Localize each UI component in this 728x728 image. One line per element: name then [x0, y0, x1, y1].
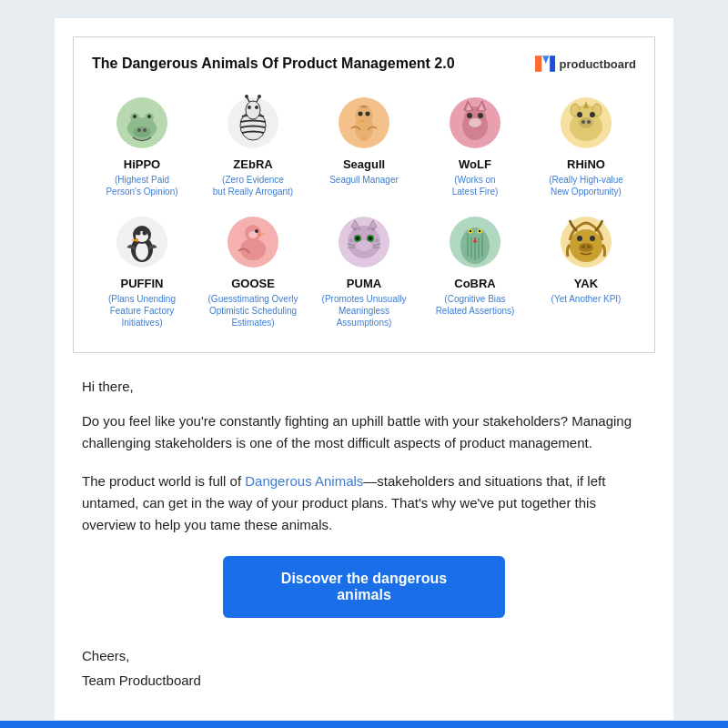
rhino-icon: [557, 94, 615, 152]
paragraph2-before: The product world is full of: [82, 473, 245, 489]
dangerous-animals-link[interactable]: Dangerous Animals: [245, 473, 363, 489]
svg-point-36: [469, 118, 481, 127]
svg-point-88: [470, 230, 471, 232]
animal-grid: HiPPO (Highest PaidPerson's Opinion): [83, 88, 645, 334]
svg-point-34: [478, 113, 483, 118]
svg-point-19: [245, 95, 248, 98]
svg-point-9: [133, 126, 151, 137]
rhino-name: RHiNO: [567, 157, 605, 171]
svg-point-11: [143, 128, 147, 132]
bottom-bar: [0, 721, 728, 728]
animal-cell-goose: GOOSE (Guesstimating OverlyOptimistic Sc…: [198, 207, 308, 334]
svg-point-14: [246, 101, 260, 119]
productboard-logo: productboard: [535, 56, 637, 72]
svg-point-15: [248, 106, 251, 109]
svg-point-50: [136, 242, 148, 260]
svg-point-10: [137, 128, 141, 132]
goose-desc: (Guesstimating OverlyOptimistic Scheduli…: [208, 293, 298, 329]
svg-point-46: [581, 120, 585, 124]
email-container: The Dangerous Animals Of Product Managem…: [55, 18, 673, 720]
cobra-desc: (Cognitive BiasRelated Assertions): [436, 293, 515, 317]
animal-cell-rhino: RHiNO (Really High-valueNew Opportunity): [531, 88, 641, 203]
hippo-desc: (Highest PaidPerson's Opinion): [106, 174, 177, 197]
svg-point-53: [143, 231, 147, 236]
svg-point-54: [136, 231, 141, 236]
zebra-desc: (Zero Evidencebut Really Arrogant): [213, 174, 293, 197]
animal-cell-hippo: HiPPO (Highest PaidPerson's Opinion): [87, 88, 197, 203]
puma-desc: (Promotes UnusuallyMeaninglessAssumption…: [322, 293, 407, 329]
footer-text: Cheers, Team Productboard: [82, 643, 646, 693]
seagull-name: Seagull: [343, 157, 385, 171]
svg-point-75: [371, 228, 375, 231]
animal-cell-yak: YAK (Yet Another KPI): [531, 207, 641, 334]
footer-line2: Team Productboard: [82, 672, 201, 688]
hero-title: The Dangerous Animals Of Product Managem…: [92, 56, 455, 72]
hippo-name: HiPPO: [124, 157, 160, 171]
svg-point-33: [467, 113, 472, 118]
puffin-desc: (Plans UnendingFeature FactoryInitiative…: [108, 293, 176, 329]
zebra-name: ZEbRA: [233, 157, 272, 171]
body-section: Hi there, Do you feel like you're consta…: [55, 353, 673, 536]
svg-point-45: [579, 117, 593, 128]
animal-cell-zebra: ZEbRA (Zero Evidencebut Really Arrogant): [198, 88, 308, 203]
svg-marker-1: [542, 56, 549, 64]
svg-point-67: [369, 237, 372, 240]
discover-animals-button[interactable]: Discover the dangerous animals: [223, 556, 505, 618]
yak-icon: [557, 213, 615, 271]
wolf-desc: (Works onLatest Fire): [452, 174, 499, 197]
puffin-name: PUFFIN: [121, 277, 164, 290]
hero-section: The Dangerous Animals Of Product Managem…: [73, 36, 655, 353]
svg-point-76: [350, 239, 353, 242]
cta-container: Discover the dangerous animals: [55, 556, 673, 618]
svg-point-93: [590, 236, 595, 241]
greeting-text: Hi there,: [82, 379, 646, 394]
svg-marker-0: [535, 56, 541, 72]
svg-point-25: [366, 112, 370, 116]
cobra-icon: [446, 213, 504, 271]
footer-section: Cheers, Team Productboard: [55, 643, 673, 693]
footer-line1: Cheers,: [82, 648, 130, 663]
seagull-icon: [335, 94, 393, 152]
svg-point-44: [590, 112, 595, 117]
svg-point-59: [255, 229, 258, 233]
puma-name: PUMA: [347, 277, 381, 290]
productboard-logo-icon: [535, 56, 555, 72]
svg-point-92: [577, 236, 582, 241]
productboard-logo-text: productboard: [560, 57, 637, 71]
svg-point-96: [587, 245, 591, 248]
wolf-icon: [446, 94, 504, 152]
goose-icon: [224, 213, 282, 271]
svg-point-47: [587, 120, 591, 124]
paragraph-2: The product world is full of Dangerous A…: [82, 470, 646, 536]
svg-point-94: [579, 243, 593, 252]
zebra-icon: [224, 94, 282, 152]
hero-title-row: The Dangerous Animals Of Product Managem…: [83, 56, 645, 72]
goose-name: GOOSE: [231, 277, 275, 290]
rhino-desc: (Really High-valueNew Opportunity): [549, 174, 623, 197]
svg-point-16: [255, 106, 258, 109]
svg-point-89: [479, 230, 480, 232]
svg-point-8: [147, 115, 151, 118]
wolf-name: WoLF: [459, 157, 491, 171]
yak-name: YAK: [574, 277, 598, 290]
svg-point-20: [258, 95, 261, 98]
animal-cell-cobra: CoBRA (Cognitive BiasRelated Assertions): [420, 207, 530, 334]
animal-cell-puma: PUMA (Promotes UnusuallyMeaninglessAssum…: [309, 207, 419, 334]
animal-cell-seagull: Seagull Seagull Manager: [309, 88, 419, 203]
svg-point-24: [359, 112, 363, 116]
puma-icon: [335, 213, 393, 271]
animal-cell-wolf: WoLF (Works onLatest Fire): [420, 88, 530, 203]
svg-point-77: [376, 239, 379, 242]
svg-point-69: [356, 240, 372, 251]
hippo-icon: [113, 94, 171, 152]
svg-point-74: [353, 228, 357, 231]
svg-point-7: [133, 115, 136, 118]
cobra-name: CoBRA: [454, 277, 496, 290]
svg-point-43: [577, 112, 582, 117]
svg-point-95: [581, 245, 585, 248]
svg-marker-2: [550, 56, 555, 72]
paragraph-1: Do you feel like you're constantly fight…: [82, 410, 646, 454]
seagull-desc: Seagull Manager: [329, 174, 399, 186]
puffin-icon: [113, 213, 171, 271]
svg-point-66: [356, 237, 359, 240]
